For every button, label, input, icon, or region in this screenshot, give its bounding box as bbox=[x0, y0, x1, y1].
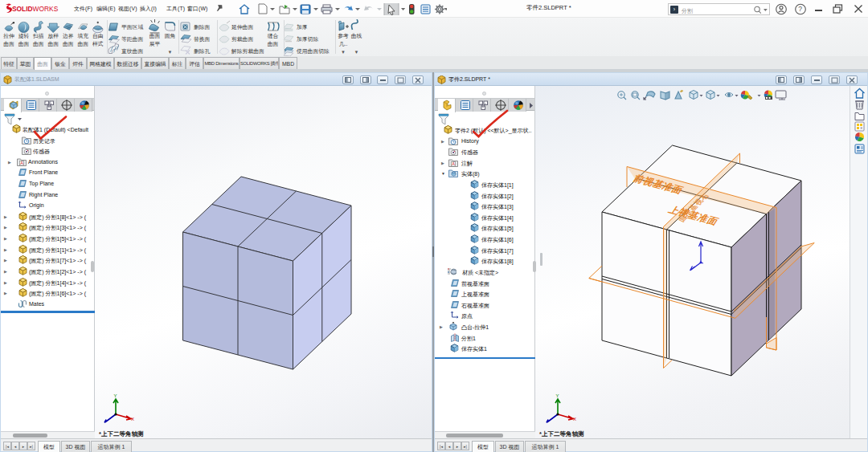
svg-text:*上下二等角轴测: *上下二等角轴测 bbox=[539, 430, 584, 438]
svg-text:X: X bbox=[131, 417, 134, 421]
svg-text:*上下二等角轴测: *上下二等角轴测 bbox=[99, 430, 144, 438]
svg-text:Y: Y bbox=[114, 393, 117, 398]
svg-text:SOLIDWORKS: SOLIDWORKS bbox=[12, 5, 59, 13]
svg-text:X: X bbox=[573, 417, 576, 421]
svg-text:Y: Y bbox=[556, 393, 559, 398]
svg-text:?: ? bbox=[798, 5, 802, 13]
